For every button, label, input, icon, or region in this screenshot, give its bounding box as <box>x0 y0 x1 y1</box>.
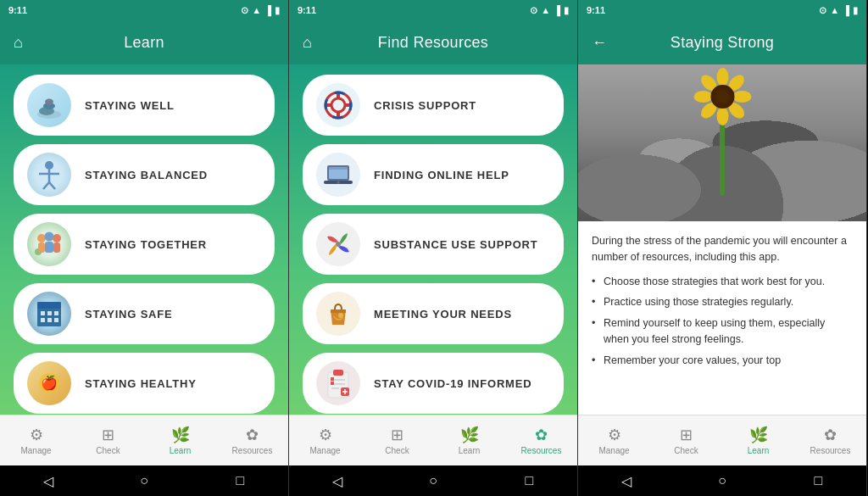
back-sys-btn-3[interactable]: ◁ <box>615 469 638 493</box>
bullet-3: Remind yourself to keep using them, espe… <box>592 315 853 348</box>
status-bar-1: 9:11 ⊙ ▲ ▐ ▮ <box>0 0 288 20</box>
portrait-icon-2: ⊙ <box>530 5 537 16</box>
screen-title-2: Find Resources <box>378 34 488 52</box>
status-bar-2: 9:11 ⊙ ▲ ▐ ▮ <box>289 0 577 20</box>
home-icon-1[interactable]: ⌂ <box>14 34 23 52</box>
status-icons-1: ⊙ ▲ ▐ ▮ <box>241 5 280 16</box>
screen-find-resources: 9:11 ⊙ ▲ ▐ ▮ ⌂ Find Resources <box>289 0 578 496</box>
nav-learn-label-3: Learn <box>748 446 770 455</box>
flower-head <box>699 73 746 120</box>
icon-covid <box>316 361 360 405</box>
home-sys-btn-2[interactable]: ○ <box>421 469 445 493</box>
list-item-online[interactable]: FINDING ONLINE HELP <box>303 144 564 205</box>
icon-meeting <box>316 292 360 336</box>
bottom-nav-2: ⚙ Manage ⊞ Check 🌿 Learn ✿ Resources <box>289 415 577 465</box>
healthy-icon: 🍎 <box>33 367 65 399</box>
learn-list: STAYING WELL STAYING BALANCED <box>0 64 288 415</box>
nav-check-3[interactable]: ⊞ Check <box>650 421 722 460</box>
nav-resources-1[interactable]: ✿ Resources <box>216 421 288 460</box>
check-icon-3: ⊞ <box>680 426 693 444</box>
svg-point-11 <box>53 234 61 242</box>
list-item-meeting[interactable]: MEETING YOUR NEEDS <box>303 283 564 344</box>
svg-point-38 <box>336 242 341 247</box>
family-icon <box>33 228 65 260</box>
nav-learn-3[interactable]: 🌿 Learn <box>722 421 794 460</box>
svg-rect-35 <box>329 167 348 170</box>
svg-point-3 <box>45 99 53 105</box>
back-sys-btn-1[interactable]: ◁ <box>36 469 60 493</box>
laptop-icon <box>322 159 354 191</box>
svg-rect-13 <box>38 242 45 253</box>
nav-check-label-3: Check <box>674 446 698 455</box>
learn-icon-1: 🌿 <box>171 426 190 444</box>
list-item-crisis[interactable]: CRISIS SUPPORT <box>303 75 564 136</box>
nav-manage-label-3: Manage <box>598 446 629 455</box>
icon-online <box>316 153 360 197</box>
nav-check-1[interactable]: ⊞ Check <box>72 421 144 460</box>
recents-sys-btn-3[interactable]: □ <box>806 469 830 493</box>
zen-stones-icon <box>33 89 65 121</box>
screen-staying-strong: 9:11 ⊙ ▲ ▐ ▮ ← Staying Strong During the <box>578 0 867 496</box>
bullet-4: Remember your core values, your top <box>592 353 853 369</box>
resources-icon-1: ✿ <box>246 426 259 444</box>
nav-manage-1[interactable]: ⚙ Manage <box>0 421 72 460</box>
home-sys-btn-1[interactable]: ○ <box>132 469 156 493</box>
nav-manage-label-2: Manage <box>309 446 340 455</box>
status-time-3: 9:11 <box>587 5 605 15</box>
back-button-3[interactable]: ← <box>592 34 607 52</box>
manage-icon-2: ⚙ <box>319 426 332 444</box>
home-icon-2[interactable]: ⌂ <box>303 34 312 52</box>
learn-icon-3: 🌿 <box>749 426 768 444</box>
svg-rect-21 <box>41 318 45 322</box>
back-sys-btn-2[interactable]: ◁ <box>326 469 349 493</box>
nav-learn-label-1: Learn <box>170 446 192 455</box>
status-icons-2: ⊙ ▲ ▐ ▮ <box>530 5 569 16</box>
icon-staying-balanced <box>27 153 71 197</box>
recents-sys-btn-2[interactable]: □ <box>517 469 541 493</box>
label-online: FINDING ONLINE HELP <box>374 169 509 181</box>
bullet-2: Practice using those strategies regularl… <box>592 294 853 310</box>
label-meeting: MEETING YOUR NEEDS <box>374 308 512 320</box>
portrait-icon-3: ⊙ <box>819 5 826 16</box>
nav-manage-3[interactable]: ⚙ Manage <box>578 421 650 460</box>
nav-resources-label-2: Resources <box>521 446 562 455</box>
label-crisis: CRISIS SUPPORT <box>374 99 476 112</box>
recents-sys-btn-1[interactable]: □ <box>228 469 252 493</box>
list-item-staying-balanced[interactable]: STAYING BALANCED <box>14 144 275 205</box>
nav-check-2[interactable]: ⊞ Check <box>361 421 433 460</box>
battery-icon-2: ▮ <box>564 5 569 16</box>
nav-manage-2[interactable]: ⚙ Manage <box>289 421 361 460</box>
list-item-covid[interactable]: STAY COVID-19 INFORMED <box>303 353 564 414</box>
svg-point-10 <box>45 232 54 242</box>
bullet-list: Choose those strategies that work best f… <box>592 274 853 369</box>
resources-icon-2: ✿ <box>535 426 548 444</box>
label-staying-healthy: STAYING HEALTHY <box>85 377 197 390</box>
svg-rect-16 <box>37 306 61 326</box>
list-item-staying-well[interactable]: STAYING WELL <box>14 75 275 136</box>
nav-resources-2[interactable]: ✿ Resources <box>505 421 577 460</box>
list-item-substance[interactable]: SUBSTANCE USE SUPPORT <box>303 214 564 275</box>
svg-text:🍎: 🍎 <box>41 375 58 391</box>
signal-icon-3: ▐ <box>843 5 849 15</box>
list-item-staying-together[interactable]: STAYING TOGETHER <box>14 214 275 275</box>
home-sys-btn-3[interactable]: ○ <box>710 469 734 493</box>
nav-learn-2[interactable]: 🌿 Learn <box>433 421 505 460</box>
status-icons-3: ⊙ ▲ ▐ ▮ <box>819 5 858 16</box>
bullet-1: Choose those strategies that work best f… <box>592 274 853 290</box>
list-item-staying-safe[interactable]: STAYING SAFE <box>14 283 275 344</box>
svg-rect-19 <box>47 311 52 315</box>
bottom-nav-1: ⚙ Manage ⊞ Check 🌿 Learn ✿ Resources <box>0 415 288 465</box>
list-item-staying-healthy[interactable]: 🍎 STAYING HEALTHY <box>14 353 275 414</box>
portrait-icon: ⊙ <box>241 5 248 16</box>
shopping-bag-icon <box>322 298 354 330</box>
svg-rect-15 <box>53 242 60 253</box>
svg-rect-45 <box>331 377 334 381</box>
staying-strong-content: During the stress of the pandemic you wi… <box>578 221 866 415</box>
svg-line-7 <box>43 182 49 189</box>
svg-point-27 <box>331 98 345 112</box>
nav-resources-3[interactable]: ✿ Resources <box>794 421 866 460</box>
nav-learn-1[interactable]: 🌿 Learn <box>144 421 216 460</box>
svg-point-9 <box>37 234 46 242</box>
svg-rect-23 <box>54 318 58 322</box>
balance-figure-icon <box>33 159 65 191</box>
